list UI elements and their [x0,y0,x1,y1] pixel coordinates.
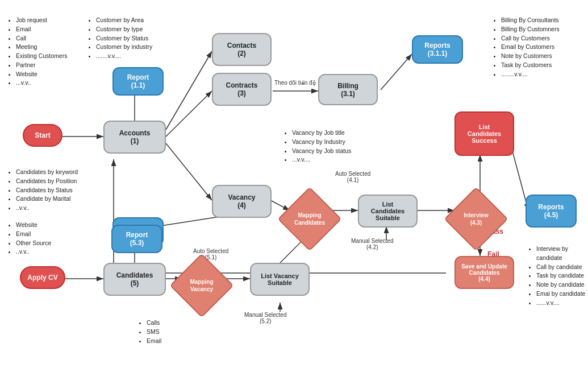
textbox-candidates-list: Candidates by keyword Candidates by Posi… [8,168,78,213]
list-vacancy-suitable-node: List Vacancy Suitable [250,263,310,296]
list-candidates-suitable-node: List Candidates Suitable [358,195,418,228]
report-11-node: Report (1.1) [112,67,164,96]
textbox-vacancy-list: Vacancy by Job title Vacancy by Industry… [284,129,351,164]
contacts-node: Contacts (2) [212,33,272,66]
label-auto-selected-41: Auto Selected(4.1) [335,171,370,183]
billing-node: Billing (3.1) [318,74,378,105]
svg-line-6 [166,143,212,200]
textbox-middle-top: Customer by Area Customer by type Custom… [88,16,152,61]
label-manual-selected-42: Manual Selected(4.2) [351,238,394,250]
textbox-right-top: Billing By Consultants Billing By Custom… [493,16,560,78]
textbox-left-top: Job request Email Call Meeting Existing … [8,16,67,88]
apply-cv-node: Apply CV [20,266,65,289]
label-theo-doi: Theo dõi tiến độ [274,80,316,86]
contracts-node: Contracts (3) [212,73,272,106]
interview-node: Interview(4.3) [453,196,499,242]
textbox-right-bottom: Interview by candidate Call by candidate… [528,245,588,307]
svg-line-8 [381,54,412,90]
candidates-node: Candidates (5) [103,263,166,296]
textbox-candidates-bottom: Calls SMS Email [139,319,161,345]
svg-line-5 [166,91,212,137]
svg-line-4 [166,51,212,130]
save-update-candidates-node: Save and Update Candidates (4.4) [454,256,514,289]
diagram: Job request Email Call Meeting Existing … [0,0,588,372]
report-53-node-actual: Report (5.3) [111,225,162,253]
textbox-website-source: Website Email Other Source ..v.v.. [8,221,51,257]
start-node: Start [23,124,62,147]
accounts-node: Accounts (1) [103,121,166,154]
mapping-vacancy-node: MappingVacancy [179,263,224,308]
label-manual-selected-52: Manual Selected(5.2) [244,312,287,324]
mapping-candidates-node: MappingCandidates [287,196,332,242]
list-candidates-success-node: List Candidates Success [454,111,514,156]
reports-311-node: Reports (3.1.1) [412,35,463,64]
reports-45-node: Reports (4.5) [526,195,577,228]
vacancy-node: Vacancy (4) [212,185,272,218]
